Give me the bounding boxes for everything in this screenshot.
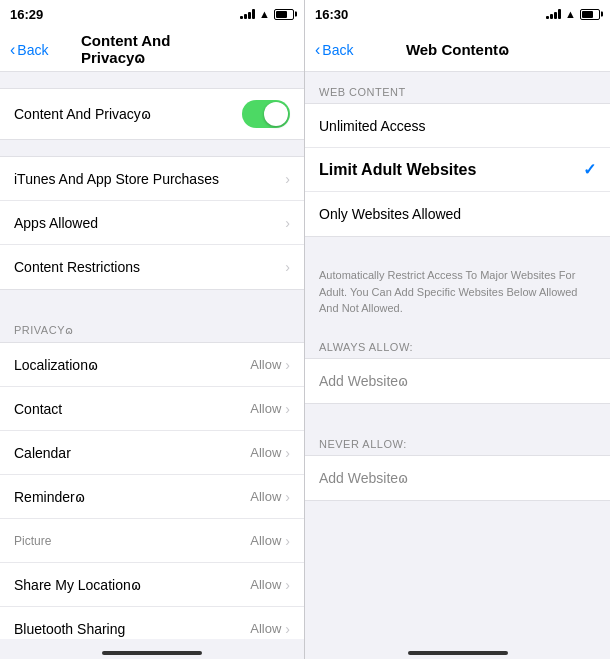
privacy-item-share-location[interactable]: Share My Locationɷ Allow › — [0, 563, 304, 607]
content-restrictions-chevron: › — [285, 259, 290, 275]
back-chevron-right: ‹ — [315, 41, 320, 59]
web-content-header: WEB CONTENT — [305, 72, 610, 103]
share-location-label: Share My Locationɷ — [14, 577, 141, 593]
toggle-knob — [264, 102, 288, 126]
privacy-item-picture[interactable]: Picture Allow › — [0, 519, 304, 563]
home-indicator-left — [0, 639, 304, 659]
back-button-right[interactable]: ‹ Back — [315, 41, 353, 59]
status-bar-right: 16:30 ▲ — [305, 0, 610, 28]
limit-adult-label: Limit Adult Websites — [319, 161, 476, 179]
picture-chevron: › — [285, 533, 290, 549]
privacy-item-reminder[interactable]: Reminderɷ Allow › — [0, 475, 304, 519]
web-option-unlimited[interactable]: Unlimited Access — [305, 104, 610, 148]
signal-icon — [240, 9, 255, 19]
contact-value: Allow — [250, 401, 281, 416]
always-allow-list: Add Websiteɷ — [305, 358, 610, 404]
bluetooth-chevron: › — [285, 621, 290, 637]
calendar-right: Allow › — [250, 445, 290, 461]
calendar-label: Calendar — [14, 445, 71, 461]
picture-label: Picture — [14, 534, 51, 548]
picture-value: Allow — [250, 533, 281, 548]
time-left: 16:29 — [10, 7, 43, 22]
localization-value: Allow — [250, 357, 281, 372]
wifi-icon-right: ▲ — [565, 8, 576, 20]
share-location-right: Allow › — [250, 577, 290, 593]
share-location-value: Allow — [250, 577, 281, 592]
never-allow-list: Add Websiteɷ — [305, 455, 610, 501]
status-icons-left: ▲ — [240, 8, 294, 20]
privacy-list: Localizationɷ Allow › Contact Allow › Ca… — [0, 342, 304, 639]
right-scroll: WEB CONTENT Unlimited Access Limit Adult… — [305, 72, 610, 639]
back-label-left: Back — [17, 42, 48, 58]
picture-right: Allow › — [250, 533, 290, 549]
calendar-chevron: › — [285, 445, 290, 461]
reminder-label: Reminderɷ — [14, 489, 85, 505]
home-bar-right — [408, 651, 508, 655]
back-label-right: Back — [322, 42, 353, 58]
content-privacy-toggle-row: Content And Privacyɷ — [0, 89, 304, 139]
web-option-only-allowed[interactable]: Only Websites Allowed — [305, 192, 610, 236]
back-button-left[interactable]: ‹ Back — [10, 41, 48, 59]
left-panel: 16:29 ▲ ‹ Back Content And Privacyɷ Co — [0, 0, 305, 659]
add-website-never[interactable]: Add Websiteɷ — [305, 456, 610, 500]
localization-chevron: › — [285, 357, 290, 373]
apps-chevron: › — [285, 215, 290, 231]
time-right: 16:30 — [315, 7, 348, 22]
contact-right: Allow › — [250, 401, 290, 417]
reminder-right: Allow › — [250, 489, 290, 505]
battery-icon — [274, 9, 294, 20]
list-item-content-restrictions[interactable]: Content Restrictions › — [0, 245, 304, 289]
itunes-label: iTunes And App Store Purchases — [14, 171, 219, 187]
content-restrictions-label: Content Restrictions — [14, 259, 140, 275]
always-allow-header: ALWAYS ALLOW: — [305, 327, 610, 358]
back-chevron-left: ‹ — [10, 41, 15, 59]
content-privacy-label: Content And Privacyɷ — [14, 106, 151, 122]
add-website-always[interactable]: Add Websiteɷ — [305, 359, 610, 403]
list-item-apps[interactable]: Apps Allowed › — [0, 201, 304, 245]
reminder-value: Allow — [250, 489, 281, 504]
contact-chevron: › — [285, 401, 290, 417]
calendar-value: Allow — [250, 445, 281, 460]
content-privacy-toggle[interactable] — [242, 100, 290, 128]
left-scroll: Content And Privacyɷ iTunes And App Stor… — [0, 72, 304, 639]
never-allow-header: NEVER ALLOW: — [305, 424, 610, 455]
privacy-section-header: PRIVACYɷ — [0, 310, 304, 342]
battery-icon-right — [580, 9, 600, 20]
only-allowed-label: Only Websites Allowed — [319, 206, 461, 222]
list-item-itunes[interactable]: iTunes And App Store Purchases › — [0, 157, 304, 201]
itunes-chevron: › — [285, 171, 290, 187]
privacy-item-localization[interactable]: Localizationɷ Allow › — [0, 343, 304, 387]
apps-label: Apps Allowed — [14, 215, 98, 231]
nav-bar-right: ‹ Back Web Contentɷ — [305, 28, 610, 72]
itunes-right: › — [285, 171, 290, 187]
unlimited-label: Unlimited Access — [319, 118, 426, 134]
selected-checkmark: ✓ — [583, 160, 596, 179]
web-option-limit-adult[interactable]: Limit Adult Websites ✓ — [305, 148, 610, 192]
contact-label: Contact — [14, 401, 62, 417]
nav-bar-left: ‹ Back Content And Privacyɷ — [0, 28, 304, 72]
home-bar-left — [102, 651, 202, 655]
privacy-item-calendar[interactable]: Calendar Allow › — [0, 431, 304, 475]
right-panel: 16:30 ▲ ‹ Back Web Contentɷ WEB CONTENT … — [305, 0, 610, 659]
localization-right: Allow › — [250, 357, 290, 373]
status-bar-left: 16:29 ▲ — [0, 0, 304, 28]
web-options-list: Unlimited Access Limit Adult Websites ✓ … — [305, 103, 610, 237]
add-website-always-label: Add Websiteɷ — [319, 373, 408, 389]
nav-title-left: Content And Privacyɷ — [81, 32, 223, 67]
bluetooth-label: Bluetooth Sharing — [14, 621, 125, 637]
nav-title-right: Web Contentɷ — [406, 41, 509, 59]
reminder-chevron: › — [285, 489, 290, 505]
apps-right: › — [285, 215, 290, 231]
content-restrictions-right: › — [285, 259, 290, 275]
privacy-item-bluetooth[interactable]: Bluetooth Sharing Allow › — [0, 607, 304, 639]
add-website-never-label: Add Websiteɷ — [319, 470, 408, 486]
wifi-icon: ▲ — [259, 8, 270, 20]
signal-icon-right — [546, 9, 561, 19]
share-location-chevron: › — [285, 577, 290, 593]
bluetooth-right: Allow › — [250, 621, 290, 637]
main-settings-list: iTunes And App Store Purchases › Apps Al… — [0, 156, 304, 290]
localization-label: Localizationɷ — [14, 357, 98, 373]
privacy-item-contact[interactable]: Contact Allow › — [0, 387, 304, 431]
bluetooth-value: Allow — [250, 621, 281, 636]
status-icons-right: ▲ — [546, 8, 600, 20]
